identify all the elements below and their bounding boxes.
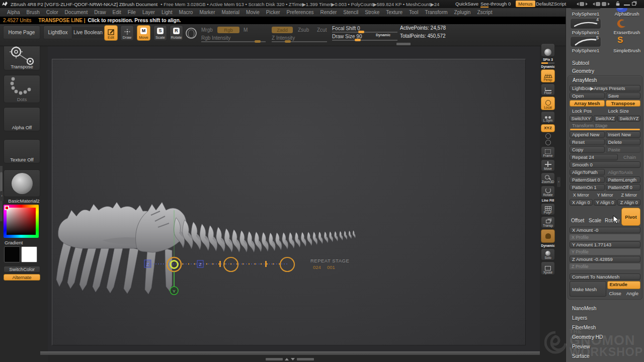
menu-layer[interactable]: Layer: [142, 10, 155, 15]
gradient-label[interactable]: Gradient: [0, 240, 48, 245]
rgb-button[interactable]: Rgb: [217, 27, 239, 33]
draw-size-slider[interactable]: [332, 40, 397, 41]
transp-button[interactable]: Transp: [541, 216, 555, 228]
stroke-prev-icon[interactable]: [577, 3, 579, 6]
menu-edit[interactable]: Edit: [113, 10, 121, 15]
default-zscript-button[interactable]: DefaultZScript: [536, 1, 566, 7]
secondary-color-swatch[interactable]: [21, 246, 37, 262]
menu-movie[interactable]: Movie: [246, 10, 260, 15]
save-button[interactable]: Save: [606, 93, 641, 99]
document-viewport[interactable]: Z Z Y: [52, 59, 526, 345]
fibermesh-section-header[interactable]: FiberMesh: [566, 323, 644, 332]
persp-button[interactable]: Persp: [541, 69, 555, 82]
spix-slider[interactable]: [541, 62, 554, 64]
scroll-up-icon[interactable]: [285, 358, 289, 360]
menu-stencil[interactable]: Stencil: [343, 10, 358, 15]
menu-stroke[interactable]: Stroke: [365, 10, 379, 15]
zadd-button[interactable]: Zadd: [272, 27, 293, 33]
move-doc-button[interactable]: Move: [541, 159, 555, 171]
menu-transform[interactable]: Transform: [425, 10, 447, 15]
pattern-start-slider[interactable]: PatternStart 0: [570, 176, 605, 183]
menu-marker[interactable]: Marker: [199, 10, 215, 15]
switchcolor-button[interactable]: SwitchColor: [4, 266, 40, 273]
dynamic-label[interactable]: Dynamic: [376, 33, 390, 37]
xyz-symmetry-button[interactable]: XYZ: [541, 124, 555, 132]
lock-icon[interactable]: [615, 1, 621, 6]
focal-shift-slider[interactable]: [332, 32, 397, 33]
x-align-slider[interactable]: X Align 0: [570, 199, 593, 206]
canvas-area[interactable]: Z Z Y: [48, 46, 540, 352]
x-profile-button[interactable]: X Profile: [570, 234, 640, 240]
menu-picker[interactable]: Picker: [266, 10, 280, 15]
arrays-presets-button[interactable]: Lightbox▶Arrays Presets: [570, 85, 640, 92]
rgb-intensity-slider[interactable]: [201, 41, 266, 42]
menu-macro[interactable]: Macro: [179, 10, 193, 15]
mrgb-button[interactable]: Mrgb: [201, 27, 213, 33]
color-picker[interactable]: [4, 205, 39, 238]
menu-texture[interactable]: Texture: [386, 10, 403, 15]
focal-shift-handle[interactable]: [358, 31, 364, 33]
pivot-tab[interactable]: Pivot: [621, 208, 640, 226]
convert-to-nanomesh-button[interactable]: Convert To NanoMesh: [570, 274, 640, 280]
stroke-circle-icon[interactable]: [185, 27, 197, 39]
switch-xz-button[interactable]: SwitchXZ: [594, 115, 617, 122]
make-mesh-button[interactable]: Make Mesh: [570, 281, 606, 297]
close-toggle[interactable]: Close: [607, 290, 623, 297]
layers-section-header[interactable]: Layers: [566, 313, 644, 323]
lightbox-button[interactable]: LightBox: [43, 26, 72, 39]
menu-brush[interactable]: Brush: [27, 10, 40, 15]
doc-next-icon[interactable]: [608, 3, 610, 6]
main-color-swatch[interactable]: [4, 246, 20, 262]
alpha-selector[interactable]: Alpha Off: [4, 107, 40, 131]
see-through-slider[interactable]: See-through 0: [480, 1, 511, 7]
menu-zscript[interactable]: Zscript: [477, 10, 492, 15]
z-profile-button[interactable]: Z Profile: [570, 263, 640, 269]
solo-button[interactable]: Solo: [541, 248, 555, 260]
copy-button[interactable]: Copy: [570, 146, 605, 153]
z-intensity-slider[interactable]: [272, 41, 327, 42]
rotate-button[interactable]: R Rotate: [170, 25, 183, 41]
pattern-on-slider[interactable]: PatternOn 1: [570, 184, 605, 191]
y-align-slider[interactable]: Y Align 0: [594, 199, 617, 206]
delete-button[interactable]: Delete: [606, 139, 641, 145]
menu-preferences[interactable]: Preferences: [287, 10, 314, 15]
scale-tab[interactable]: Scale: [587, 216, 603, 226]
creature-mesh[interactable]: [56, 202, 355, 294]
arraymesh-section-header[interactable]: ArrayMesh: [570, 77, 640, 84]
frame-button[interactable]: Frame: [541, 146, 555, 158]
repeat-slider[interactable]: Repeat 24: [570, 154, 618, 160]
canvas-right-collapse-arrow[interactable]: ‹: [557, 177, 560, 187]
stroke-dots-button[interactable]: Dots: [4, 75, 40, 103]
zcut-button[interactable]: Zcut: [317, 27, 327, 33]
zoom3d-button[interactable]: Zoom3D: [541, 172, 555, 185]
edit-button[interactable]: Edit: [104, 25, 118, 41]
brushstroke-icon-2[interactable]: [596, 2, 600, 6]
bpr-render-button[interactable]: [541, 43, 555, 57]
z-mirror-toggle[interactable]: Z Mirror: [617, 192, 640, 198]
menu-draw[interactable]: Draw: [94, 10, 106, 15]
see-through-handle[interactable]: [480, 7, 489, 8]
shelf-scroll-thumb[interactable]: [396, 43, 411, 45]
quicksave-button[interactable]: QuickSave: [455, 1, 478, 7]
angle-slider[interactable]: Angle: [624, 290, 640, 297]
left-tray-collapse-arrow[interactable]: ›: [0, 191, 4, 201]
y-profile-button[interactable]: Y Profile: [570, 249, 640, 255]
lock-pos-toggle[interactable]: Lock Pos: [570, 108, 605, 114]
offset-tab[interactable]: Offset: [570, 216, 586, 226]
preview-section-header[interactable]: Preview: [566, 342, 644, 351]
x-amount-slider[interactable]: X Amount -0: [570, 227, 640, 233]
rgb-intensity-handle[interactable]: [255, 40, 261, 43]
lock-size-toggle[interactable]: Lock Size: [606, 108, 641, 114]
transform-stage-slider[interactable]: [570, 129, 640, 130]
draw-button[interactable]: Draw: [120, 25, 134, 41]
scroll-down-icon[interactable]: [291, 358, 295, 360]
brushstroke-icon-1[interactable]: [580, 2, 584, 6]
y-mirror-toggle[interactable]: Y Mirror: [594, 192, 617, 198]
surface-section-header[interactable]: Surface: [566, 351, 644, 361]
align-to-path-toggle[interactable]: AlignToPath: [570, 169, 605, 175]
insert-new-button[interactable]: Insert New: [606, 131, 641, 138]
move-button[interactable]: M Move: [137, 25, 150, 41]
minimize-button[interactable]: [624, 2, 630, 6]
append-new-button[interactable]: Append New: [570, 131, 605, 138]
x-mirror-toggle[interactable]: X Mirror: [570, 192, 593, 198]
